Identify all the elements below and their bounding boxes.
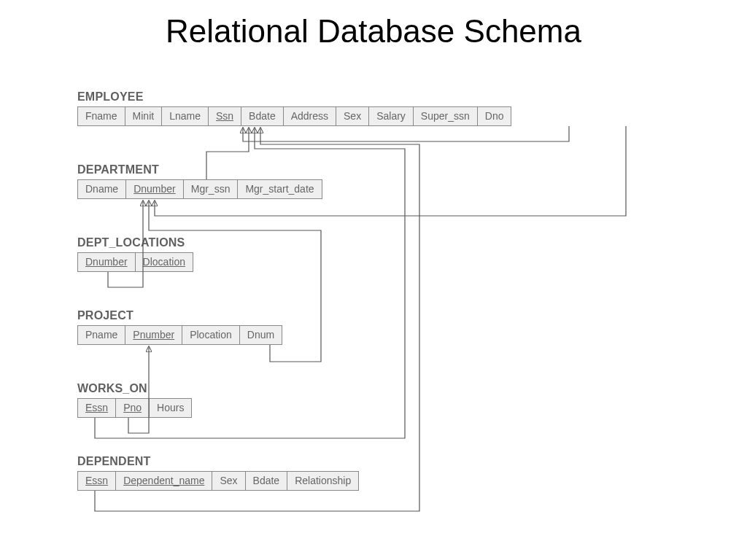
col-salary: Salary — [369, 106, 414, 126]
col-pnumber: Pnumber — [125, 325, 182, 345]
table-row-dept-locations: Dnumber Dlocation — [77, 252, 193, 272]
table-label-project: PROJECT — [77, 309, 133, 322]
table-label-dependent: DEPENDENT — [77, 455, 150, 468]
table-label-employee: EMPLOYEE — [77, 90, 144, 104]
col-dep-sex: Sex — [212, 471, 245, 491]
col-bdate: Bdate — [241, 106, 284, 126]
col-dno: Dno — [478, 106, 512, 126]
table-row-project: Pname Pnumber Plocation Dnum — [77, 325, 282, 345]
col-lname: Lname — [162, 106, 209, 126]
table-label-dept-locations: DEPT_LOCATIONS — [77, 236, 185, 249]
col-dnum: Dnum — [240, 325, 282, 345]
col-dnumber: Dnumber — [126, 179, 184, 199]
col-minit: Minit — [125, 106, 163, 126]
col-relationship: Relationship — [287, 471, 359, 491]
table-row-works-on: Essn Pno Hours — [77, 398, 192, 418]
col-essn: Essn — [77, 398, 116, 418]
col-address: Address — [284, 106, 336, 126]
col-pno: Pno — [116, 398, 150, 418]
col-dependent-name: Dependent_name — [116, 471, 212, 491]
schema-diagram: EMPLOYEE Fname Minit Lname Ssn Bdate Add… — [0, 55, 747, 559]
page-title: Relational Database Schema — [0, 13, 747, 50]
col-sex: Sex — [336, 106, 369, 126]
col-mgr-ssn: Mgr_ssn — [184, 179, 239, 199]
table-row-dependent: Essn Dependent_name Sex Bdate Relationsh… — [77, 471, 359, 491]
col-super-ssn: Super_ssn — [414, 106, 478, 126]
col-fname: Fname — [77, 106, 125, 126]
col-plocation: Plocation — [182, 325, 240, 345]
table-row-employee: Fname Minit Lname Ssn Bdate Address Sex … — [77, 106, 511, 126]
col-ssn: Ssn — [209, 106, 241, 126]
col-dep-essn: Essn — [77, 471, 116, 491]
col-dlocation: Dlocation — [136, 252, 193, 272]
table-label-department: DEPARTMENT — [77, 163, 159, 176]
col-dname: Dname — [77, 179, 126, 199]
table-row-department: Dname Dnumber Mgr_ssn Mgr_start_date — [77, 179, 322, 199]
col-mgr-start-date: Mgr_start_date — [238, 179, 322, 199]
col-hours: Hours — [150, 398, 192, 418]
col-pname: Pname — [77, 325, 125, 345]
col-dl-dnumber: Dnumber — [77, 252, 136, 272]
col-dep-bdate: Bdate — [246, 471, 288, 491]
table-label-works-on: WORKS_ON — [77, 382, 147, 395]
